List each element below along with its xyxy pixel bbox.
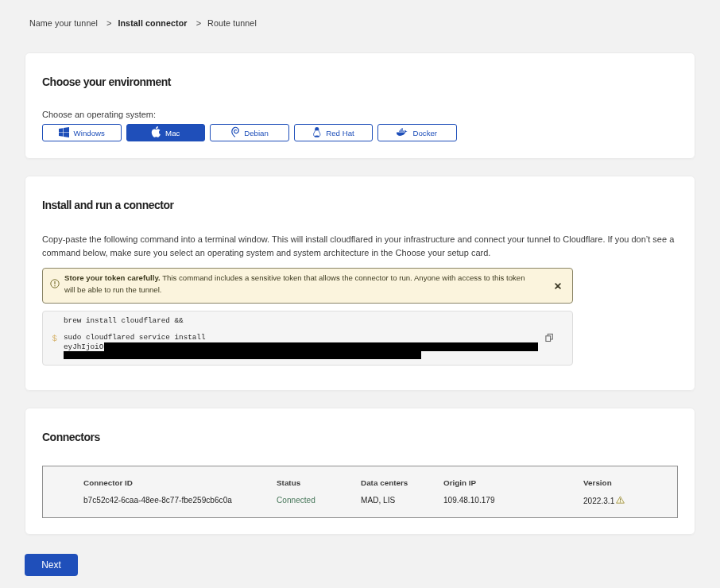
command-line-3: eyJhIjoiO bbox=[64, 342, 538, 351]
os-button-mac[interactable]: Mac bbox=[126, 124, 206, 141]
token-warning-title: Store your token carefully. bbox=[64, 273, 161, 282]
os-button-docker[interactable]: Docker bbox=[377, 124, 457, 141]
cell-status: Connected bbox=[277, 496, 315, 505]
token-warning-text: Store your token carefully. This command… bbox=[64, 272, 533, 296]
tux-icon bbox=[312, 127, 322, 137]
cell-origin-ip: 109.48.10.179 bbox=[443, 496, 495, 505]
breadcrumb: Name your tunnel > Install connector > R… bbox=[25, 0, 695, 29]
connectors-table: Connector ID Status Data centers Origin … bbox=[42, 466, 678, 518]
page: Name your tunnel > Install connector > R… bbox=[0, 0, 720, 576]
breadcrumb-separator: > bbox=[106, 18, 111, 28]
debian-icon bbox=[230, 126, 240, 137]
shell-prompt: $ bbox=[52, 334, 57, 343]
redacted-token-bar-1 bbox=[104, 342, 538, 351]
choose-environment-card: Choose your environment Choose an operat… bbox=[25, 52, 695, 159]
connector-description: Copy-paste the following command into a … bbox=[42, 233, 678, 259]
breadcrumb-install-connector[interactable]: Install connector bbox=[118, 18, 187, 28]
install-command-text: brew install cloudflared && sudo cloudfl… bbox=[64, 317, 538, 359]
footer: Next bbox=[25, 554, 695, 576]
redacted-token-bar-2 bbox=[64, 351, 421, 359]
copy-icon[interactable] bbox=[545, 332, 553, 344]
token-warning-banner: Store your token carefully. This command… bbox=[42, 268, 573, 304]
cell-connector-id[interactable]: b7c52c42-6caa-48ee-8c77-fbe259cb6c0a bbox=[83, 496, 232, 505]
docker-icon bbox=[397, 128, 408, 137]
col-header-status: Status bbox=[277, 478, 300, 487]
col-header-connector-id: Connector ID bbox=[83, 478, 133, 487]
install-command-codeblock: $ brew install cloudflared && sudo cloud… bbox=[42, 311, 573, 366]
breadcrumb-name-your-tunnel[interactable]: Name your tunnel bbox=[29, 18, 98, 28]
close-icon[interactable] bbox=[555, 283, 561, 289]
connectors-card-title: Connectors bbox=[42, 431, 678, 443]
warning-triangle-icon bbox=[616, 496, 625, 505]
os-button-label: Mac bbox=[165, 129, 180, 137]
environment-card-title: Choose your environment bbox=[42, 75, 678, 88]
info-icon bbox=[50, 279, 60, 288]
next-button[interactable]: Next bbox=[25, 554, 78, 576]
command-line-2: sudo cloudflared service install bbox=[64, 334, 538, 342]
breadcrumb-separator: > bbox=[196, 18, 201, 28]
os-button-windows[interactable]: Windows bbox=[42, 124, 122, 141]
cell-data-centers: MAD, LIS bbox=[361, 496, 395, 505]
connectors-card: Connectors Connector ID Status Data cent… bbox=[25, 408, 695, 535]
os-button-label: Docker bbox=[412, 129, 437, 137]
version-value: 2022.3.1 bbox=[583, 497, 614, 505]
cell-version: 2022.3.1 bbox=[583, 496, 625, 505]
os-button-row: Windows Mac Debian Red Hat bbox=[42, 124, 678, 141]
col-header-origin-ip: Origin IP bbox=[443, 478, 476, 487]
col-header-data-centers: Data centers bbox=[361, 478, 408, 487]
apple-icon bbox=[151, 126, 161, 137]
windows-icon bbox=[59, 127, 69, 137]
connector-card-title: Install and run a connector bbox=[42, 199, 678, 211]
token-prefix: eyJhIjoiO bbox=[64, 342, 103, 351]
os-select-label: Choose an operating system: bbox=[42, 110, 678, 119]
os-button-debian[interactable]: Debian bbox=[210, 124, 289, 141]
os-button-label: Red Hat bbox=[326, 129, 354, 137]
os-button-redhat[interactable]: Red Hat bbox=[294, 124, 374, 141]
command-line-4 bbox=[64, 350, 538, 359]
os-button-label: Debian bbox=[244, 129, 269, 137]
os-button-label: Windows bbox=[74, 129, 105, 137]
breadcrumb-route-tunnel[interactable]: Route tunnel bbox=[207, 18, 257, 28]
install-connector-card: Install and run a connector Copy-paste t… bbox=[25, 176, 695, 391]
col-header-version: Version bbox=[583, 478, 612, 487]
command-line-1: brew install cloudflared && bbox=[64, 317, 538, 326]
